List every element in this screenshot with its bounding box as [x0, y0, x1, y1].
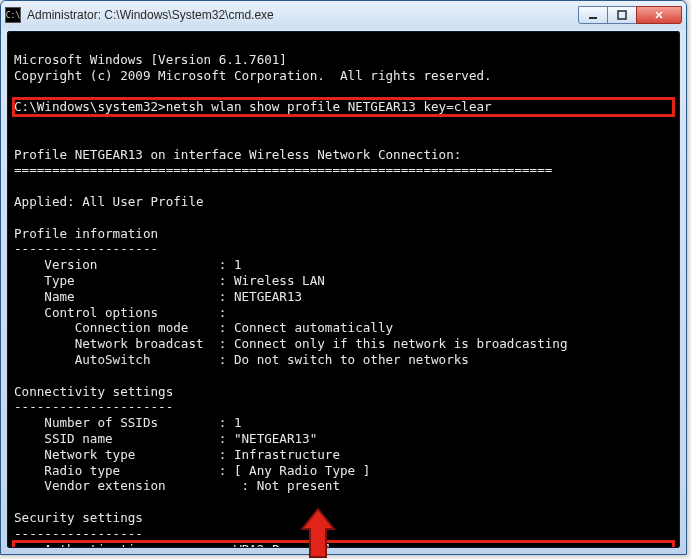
row-nettype: Network type : Infrastructure [14, 447, 340, 462]
blank [14, 83, 22, 98]
row-ctrlopt: Control options : [14, 305, 226, 320]
maximize-button[interactable] [607, 6, 637, 24]
row-name: Name : NETGEAR13 [14, 289, 302, 304]
row-version: Version : 1 [14, 257, 241, 272]
terminal-client[interactable]: Microsoft Windows [Version 6.1.7601] Cop… [7, 31, 680, 548]
section-dash: --------------------- [14, 399, 173, 414]
line-sep: ========================================… [14, 162, 552, 177]
window-title: Administrator: C:\Windows\System32\cmd.e… [27, 8, 579, 22]
annotation-arrow-icon [300, 507, 336, 559]
minimize-button[interactable] [578, 6, 608, 24]
svg-rect-1 [618, 11, 626, 19]
row-numssid: Number of SSIDs : 1 [14, 415, 241, 430]
blank [14, 210, 22, 225]
cmd-icon: C:\ [5, 7, 21, 23]
security-highlight: Authentication : WPA2-Personal Cipher : … [14, 542, 673, 549]
cmd-window: C:\ Administrator: C:\Windows\System32\c… [0, 0, 687, 555]
line-profile: Profile NETGEAR13 on interface Wireless … [14, 147, 461, 162]
row-vendorext: Vendor extension : Not present [14, 478, 340, 493]
section-profile-info: Profile information [14, 226, 158, 241]
close-button[interactable] [636, 6, 682, 24]
line-version: Microsoft Windows [Version 6.1.7601] [14, 52, 287, 67]
blank [14, 178, 22, 193]
command-highlight: C:\Windows\system32>netsh wlan show prof… [14, 99, 673, 115]
line-applied: Applied: All User Profile [14, 194, 204, 209]
row-type: Type : Wireless LAN [14, 273, 325, 288]
row-autoswitch: AutoSwitch : Do not switch to other netw… [14, 352, 469, 367]
prompt-command: netsh wlan show profile NETGEAR13 key=cl… [166, 99, 492, 114]
row-ssidname: SSID name : "NETGEAR13" [14, 431, 317, 446]
line-copyright: Copyright (c) 2009 Microsoft Corporation… [14, 68, 492, 83]
row-connmode: Connection mode : Connect automatically [14, 320, 393, 335]
section-security: Security settings [14, 510, 143, 525]
blank [14, 494, 22, 509]
terminal-output: Microsoft Windows [Version 6.1.7601] Cop… [8, 32, 679, 548]
row-radiotype: Radio type : [ Any Radio Type ] [14, 463, 370, 478]
row-auth: Authentication : WPA2-Personal [14, 542, 332, 549]
section-dash: ----------------- [14, 526, 143, 541]
blank [14, 131, 22, 146]
section-dash: ------------------- [14, 241, 158, 256]
row-netbcast: Network broadcast : Connect only if this… [14, 336, 568, 351]
prompt-path: C:\Windows\system32> [14, 99, 166, 114]
titlebar[interactable]: C:\ Administrator: C:\Windows\System32\c… [1, 1, 686, 29]
blank [14, 368, 22, 383]
section-connectivity: Connectivity settings [14, 384, 173, 399]
window-buttons [579, 6, 682, 24]
svg-rect-0 [589, 17, 597, 19]
